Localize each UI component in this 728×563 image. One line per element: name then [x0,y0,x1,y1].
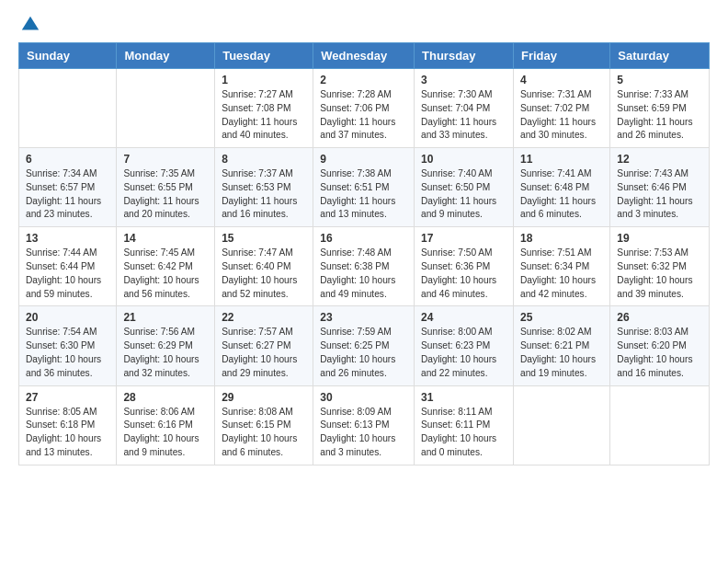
header [18,15,710,35]
day-number: 1 [222,74,306,86]
day-number: 27 [26,391,109,404]
day-number: 13 [26,232,109,245]
logo [18,15,40,35]
day-number: 28 [123,391,208,404]
day-number: 14 [123,232,208,245]
day-info: Sunrise: 7:33 AM Sunset: 6:59 PM Dayligh… [617,88,702,143]
day-info: Sunrise: 8:09 AM Sunset: 6:13 PM Dayligh… [320,406,407,460]
day-info: Sunrise: 7:40 AM Sunset: 6:50 PM Dayligh… [421,167,506,222]
day-info: Sunrise: 7:48 AM Sunset: 6:38 PM Dayligh… [320,247,407,301]
calendar-cell [513,385,609,465]
calendar-cell: 19Sunrise: 7:53 AM Sunset: 6:32 PM Dayli… [610,227,710,306]
calendar-cell: 7Sunrise: 7:35 AM Sunset: 6:55 PM Daylig… [117,148,215,227]
week-row-3: 13Sunrise: 7:44 AM Sunset: 6:44 PM Dayli… [19,227,710,306]
calendar-cell: 22Sunrise: 7:57 AM Sunset: 6:27 PM Dayli… [215,306,313,385]
day-info: Sunrise: 8:06 AM Sunset: 6:16 PM Dayligh… [123,406,208,460]
week-row-2: 6Sunrise: 7:34 AM Sunset: 6:57 PM Daylig… [19,148,710,227]
day-number: 8 [222,153,306,166]
calendar-cell: 23Sunrise: 7:59 AM Sunset: 6:25 PM Dayli… [313,306,415,385]
day-info: Sunrise: 7:59 AM Sunset: 6:25 PM Dayligh… [320,326,407,380]
day-info: Sunrise: 7:30 AM Sunset: 7:04 PM Dayligh… [421,88,506,143]
day-info: Sunrise: 7:57 AM Sunset: 6:27 PM Dayligh… [222,326,306,380]
week-row-4: 20Sunrise: 7:54 AM Sunset: 6:30 PM Dayli… [19,306,710,385]
day-number: 30 [320,391,407,404]
day-info: Sunrise: 8:03 AM Sunset: 6:20 PM Dayligh… [617,326,702,380]
calendar-cell: 11Sunrise: 7:41 AM Sunset: 6:48 PM Dayli… [513,148,609,227]
day-info: Sunrise: 7:53 AM Sunset: 6:32 PM Dayligh… [617,247,702,301]
day-info: Sunrise: 7:35 AM Sunset: 6:55 PM Dayligh… [123,167,208,222]
weekday-header-sunday: Sunday [19,43,117,69]
calendar-cell: 8Sunrise: 7:37 AM Sunset: 6:53 PM Daylig… [215,148,313,227]
day-info: Sunrise: 8:00 AM Sunset: 6:23 PM Dayligh… [421,326,506,380]
calendar-cell [117,69,215,148]
calendar-cell: 29Sunrise: 8:08 AM Sunset: 6:15 PM Dayli… [215,385,313,465]
calendar-cell: 31Sunrise: 8:11 AM Sunset: 6:11 PM Dayli… [415,385,514,465]
calendar-cell: 9Sunrise: 7:38 AM Sunset: 6:51 PM Daylig… [313,148,415,227]
day-number: 25 [520,311,603,324]
calendar-cell: 30Sunrise: 8:09 AM Sunset: 6:13 PM Dayli… [313,385,415,465]
day-number: 12 [617,153,702,166]
calendar-cell: 1Sunrise: 7:27 AM Sunset: 7:08 PM Daylig… [215,69,313,148]
day-number: 31 [421,391,506,404]
day-info: Sunrise: 7:37 AM Sunset: 6:53 PM Dayligh… [222,167,306,222]
calendar-cell: 25Sunrise: 8:02 AM Sunset: 6:21 PM Dayli… [513,306,609,385]
calendar-cell: 26Sunrise: 8:03 AM Sunset: 6:20 PM Dayli… [610,306,710,385]
day-info: Sunrise: 7:41 AM Sunset: 6:48 PM Dayligh… [520,167,603,222]
day-info: Sunrise: 7:56 AM Sunset: 6:29 PM Dayligh… [123,326,208,380]
day-number: 3 [421,74,506,86]
calendar-cell: 2Sunrise: 7:28 AM Sunset: 7:06 PM Daylig… [313,69,415,148]
day-number: 19 [617,232,702,245]
day-number: 20 [26,311,109,324]
weekday-header-thursday: Thursday [415,43,514,69]
day-info: Sunrise: 7:43 AM Sunset: 6:46 PM Dayligh… [617,167,702,222]
calendar-cell: 13Sunrise: 7:44 AM Sunset: 6:44 PM Dayli… [19,227,117,306]
calendar-cell: 17Sunrise: 7:50 AM Sunset: 6:36 PM Dayli… [415,227,514,306]
calendar-cell [19,69,117,148]
weekday-header-wednesday: Wednesday [313,43,415,69]
day-info: Sunrise: 8:05 AM Sunset: 6:18 PM Dayligh… [26,406,109,460]
day-number: 5 [617,74,702,86]
logo-icon [20,15,40,35]
day-info: Sunrise: 8:08 AM Sunset: 6:15 PM Dayligh… [222,406,306,460]
day-number: 17 [421,232,506,245]
weekday-header-saturday: Saturday [610,43,710,69]
calendar-cell: 10Sunrise: 7:40 AM Sunset: 6:50 PM Dayli… [415,148,514,227]
day-number: 29 [222,391,306,404]
day-number: 9 [320,153,407,166]
day-number: 6 [26,153,109,166]
calendar-cell: 28Sunrise: 8:06 AM Sunset: 6:16 PM Dayli… [117,385,215,465]
page: SundayMondayTuesdayWednesdayThursdayFrid… [0,0,728,484]
day-info: Sunrise: 8:02 AM Sunset: 6:21 PM Dayligh… [520,326,603,380]
day-number: 24 [421,311,506,324]
calendar: SundayMondayTuesdayWednesdayThursdayFrid… [18,42,710,465]
calendar-cell [610,385,710,465]
day-info: Sunrise: 7:27 AM Sunset: 7:08 PM Dayligh… [222,88,306,143]
weekday-header-tuesday: Tuesday [215,43,313,69]
day-info: Sunrise: 7:47 AM Sunset: 6:40 PM Dayligh… [222,247,306,301]
week-row-1: 1Sunrise: 7:27 AM Sunset: 7:08 PM Daylig… [19,69,710,148]
day-number: 11 [520,153,603,166]
day-number: 16 [320,232,407,245]
calendar-cell: 6Sunrise: 7:34 AM Sunset: 6:57 PM Daylig… [19,148,117,227]
day-info: Sunrise: 7:28 AM Sunset: 7:06 PM Dayligh… [320,88,407,143]
day-number: 10 [421,153,506,166]
calendar-cell: 18Sunrise: 7:51 AM Sunset: 6:34 PM Dayli… [513,227,609,306]
day-info: Sunrise: 7:44 AM Sunset: 6:44 PM Dayligh… [26,247,109,301]
day-info: Sunrise: 7:45 AM Sunset: 6:42 PM Dayligh… [123,247,208,301]
week-row-5: 27Sunrise: 8:05 AM Sunset: 6:18 PM Dayli… [19,385,710,465]
calendar-cell: 3Sunrise: 7:30 AM Sunset: 7:04 PM Daylig… [415,69,514,148]
day-info: Sunrise: 7:34 AM Sunset: 6:57 PM Dayligh… [26,167,109,222]
day-number: 22 [222,311,306,324]
day-info: Sunrise: 7:50 AM Sunset: 6:36 PM Dayligh… [421,247,506,301]
calendar-cell: 20Sunrise: 7:54 AM Sunset: 6:30 PM Dayli… [19,306,117,385]
calendar-cell: 21Sunrise: 7:56 AM Sunset: 6:29 PM Dayli… [117,306,215,385]
calendar-cell: 12Sunrise: 7:43 AM Sunset: 6:46 PM Dayli… [610,148,710,227]
day-info: Sunrise: 8:11 AM Sunset: 6:11 PM Dayligh… [421,406,506,460]
weekday-header-monday: Monday [117,43,215,69]
weekday-header-row: SundayMondayTuesdayWednesdayThursdayFrid… [19,43,710,69]
day-info: Sunrise: 7:38 AM Sunset: 6:51 PM Dayligh… [320,167,407,222]
day-number: 4 [520,74,603,86]
calendar-cell: 27Sunrise: 8:05 AM Sunset: 6:18 PM Dayli… [19,385,117,465]
calendar-cell: 15Sunrise: 7:47 AM Sunset: 6:40 PM Dayli… [215,227,313,306]
day-number: 18 [520,232,603,245]
